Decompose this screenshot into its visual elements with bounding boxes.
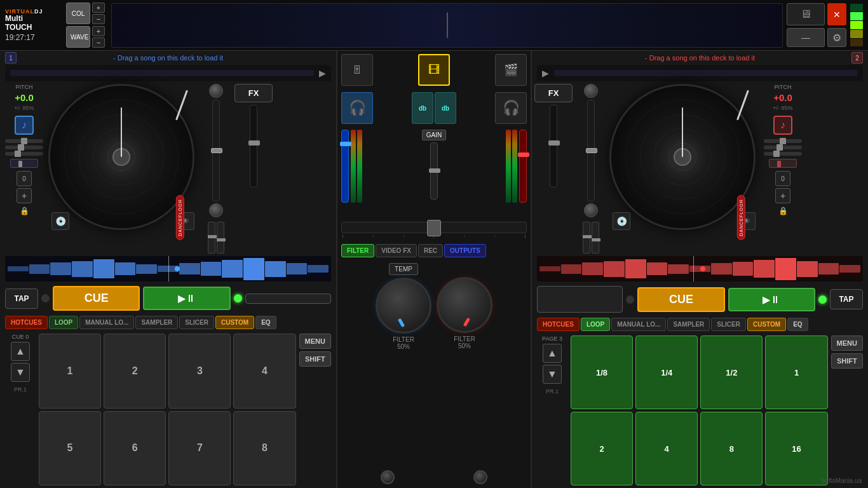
deck1-fx-btn[interactable]: FX xyxy=(234,84,273,102)
col-minus-btn[interactable]: − xyxy=(92,14,105,24)
deck1-arrow-down[interactable]: ▼ xyxy=(11,363,30,382)
deck1-pad-4[interactable]: 4 xyxy=(233,334,295,409)
deck2-pad-2[interactable]: 2 xyxy=(571,412,633,485)
mixer-tab-videofx[interactable]: VIDEO FX xyxy=(376,244,417,257)
deck2-play-icon[interactable]: ▶ xyxy=(542,68,549,78)
deck2-fader-mini[interactable] xyxy=(769,159,797,168)
deck2-pitch-slider[interactable] xyxy=(587,100,595,201)
deck2-tab-eq[interactable]: EQ xyxy=(787,318,808,331)
deck1-play-icon[interactable]: ▶ xyxy=(319,68,326,78)
deck1-tap-btn[interactable]: TAP xyxy=(5,288,38,309)
deck1-play-btn[interactable]: ▶⏸ xyxy=(143,287,230,310)
mixer-gain-fader[interactable] xyxy=(430,142,438,200)
deck1-knob-bottom[interactable] xyxy=(209,203,223,217)
deck1-pad-7[interactable]: 7 xyxy=(168,411,231,486)
deck1-custom-btn[interactable] xyxy=(245,294,331,304)
close-button[interactable]: ✕ xyxy=(827,3,846,25)
mixer-sliders-icon-btn[interactable]: 🎚 xyxy=(341,54,373,86)
mixer-tab-rec[interactable]: REC xyxy=(418,244,443,257)
settings-button[interactable]: ⚙ xyxy=(827,28,846,47)
deck2-custom-empty-btn[interactable] xyxy=(537,286,623,313)
deck2-pad-1-4[interactable]: 1/4 xyxy=(635,336,698,409)
deck2-note-btn[interactable]: ♪ xyxy=(773,116,792,135)
deck2-zero-btn[interactable]: 0 xyxy=(775,171,790,186)
deck1-tab-hotcues[interactable]: HOTCUES xyxy=(5,316,48,329)
wave-button[interactable]: WAVE xyxy=(66,26,90,48)
deck2-arrow-up[interactable]: ▲ xyxy=(543,344,562,363)
deck2-pad-4[interactable]: 4 xyxy=(635,412,698,485)
deck1-eq-slider-3[interactable] xyxy=(5,152,43,156)
mixer-headphone-right-btn[interactable]: 🎧 xyxy=(495,92,527,124)
filter-small-knob-right[interactable] xyxy=(473,470,487,484)
mixer-film-icon-btn[interactable]: 🎞 xyxy=(418,54,450,86)
filter-temp-btn[interactable]: TEMP xyxy=(389,263,418,275)
monitor-icon-btn[interactable]: 🖥 xyxy=(787,3,825,25)
filter-small-knob-left[interactable] xyxy=(381,470,395,484)
deck1-tab-eq[interactable]: EQ xyxy=(255,316,276,329)
wave-plus-btn[interactable]: + xyxy=(92,26,105,36)
deck1-menu-btn[interactable]: MENU xyxy=(299,334,331,349)
deck1-tab-manual[interactable]: MANUAL LO... xyxy=(79,316,134,329)
deck2-turntable[interactable] xyxy=(609,84,756,230)
mixer-db-right-btn[interactable]: db xyxy=(435,92,456,124)
mixer-fader-right[interactable] xyxy=(519,130,527,203)
filter-knob-left[interactable] xyxy=(376,278,431,334)
deck2-leq-2[interactable] xyxy=(592,222,599,254)
deck2-knob-bottom[interactable] xyxy=(584,203,598,217)
deck1-tab-custom[interactable]: CUSTOM xyxy=(215,316,254,329)
deck2-arrow-down[interactable]: ▼ xyxy=(543,365,562,384)
deck2-menu-btn[interactable]: MENU xyxy=(831,336,863,351)
col-plus-btn[interactable]: + xyxy=(92,3,105,13)
mixer-fader-left[interactable] xyxy=(341,130,349,203)
deck1-cue-btn[interactable]: CUE xyxy=(53,286,140,311)
deck1-fader-v[interactable] xyxy=(250,105,257,187)
filter-knob-right[interactable] xyxy=(437,277,492,333)
deck2-eq-slider-2[interactable] xyxy=(764,146,802,149)
deck1-eq-slider-1[interactable] xyxy=(5,139,43,143)
deck2-plus-btn[interactable]: + xyxy=(775,188,790,203)
deck2-tab-custom[interactable]: CUSTOM xyxy=(747,318,786,331)
deck2-shift-btn[interactable]: SHIFT xyxy=(831,353,863,369)
deck1-turntable[interactable] xyxy=(48,84,194,230)
deck2-cue-btn[interactable]: CUE xyxy=(637,287,724,312)
crossfader-track[interactable] xyxy=(341,222,527,233)
mixer-db-left-btn[interactable]: db xyxy=(412,92,433,124)
deck2-tab-manual[interactable]: MANUAL LO... xyxy=(611,318,666,331)
deck2-pad-1[interactable]: 1 xyxy=(765,336,827,409)
deck1-vinyl-icon[interactable]: 💿 xyxy=(51,212,69,230)
deck1-shift-btn[interactable]: SHIFT xyxy=(299,351,331,367)
deck1-tab-slicer[interactable]: SLICER xyxy=(179,316,214,329)
deck1-tab-sampler[interactable]: SAMPLER xyxy=(135,316,178,329)
deck1-note-btn[interactable]: ♪ xyxy=(15,116,34,135)
deck2-eq-slider-3[interactable] xyxy=(764,152,802,156)
deck1-knob-top[interactable] xyxy=(209,84,223,98)
deck2-tab-sampler[interactable]: SAMPLER xyxy=(667,318,710,331)
mixer-headphone-left-btn[interactable]: 🎧 xyxy=(341,92,373,124)
deck2-vinyl-icon[interactable]: 💿 xyxy=(613,212,630,230)
deck1-pad-8[interactable]: 8 xyxy=(233,411,295,486)
deck2-eq-slider-1[interactable] xyxy=(764,139,802,143)
deck1-req-2[interactable] xyxy=(217,222,224,254)
deck1-pitch-slider[interactable] xyxy=(212,100,220,201)
deck1-fader-mini[interactable] xyxy=(10,159,38,168)
deck1-pad-5[interactable]: 5 xyxy=(39,411,101,486)
deck1-tab-loop[interactable]: LOOP xyxy=(49,316,78,329)
wave-minus-btn[interactable]: − xyxy=(92,37,105,48)
deck2-leq-1[interactable] xyxy=(583,222,590,254)
deck1-arrow-up[interactable]: ▲ xyxy=(11,342,30,361)
deck2-fader-v[interactable] xyxy=(550,105,557,187)
mixer-record-icon-btn[interactable]: 🎬 xyxy=(495,54,527,86)
col-button[interactable]: COL xyxy=(66,3,90,24)
deck1-req-1[interactable] xyxy=(208,222,215,254)
mixer-tab-filter[interactable]: FILTER xyxy=(341,244,374,257)
deck2-pad-8[interactable]: 8 xyxy=(700,412,763,485)
deck1-pad-2[interactable]: 2 xyxy=(104,334,166,409)
deck1-eq-slider-2[interactable] xyxy=(5,146,43,149)
deck2-pad-1-8[interactable]: 1/8 xyxy=(571,336,633,409)
deck2-tab-hotcues[interactable]: HOTCUES xyxy=(537,318,580,331)
deck1-pad-3[interactable]: 3 xyxy=(168,334,231,409)
deck2-pad-16[interactable]: 16 xyxy=(765,412,827,485)
deck2-fx-btn[interactable]: FX xyxy=(534,84,573,102)
mixer-tab-outputs[interactable]: OUTPUTS xyxy=(444,244,486,257)
deck2-tap-btn[interactable]: TAP xyxy=(830,289,863,309)
